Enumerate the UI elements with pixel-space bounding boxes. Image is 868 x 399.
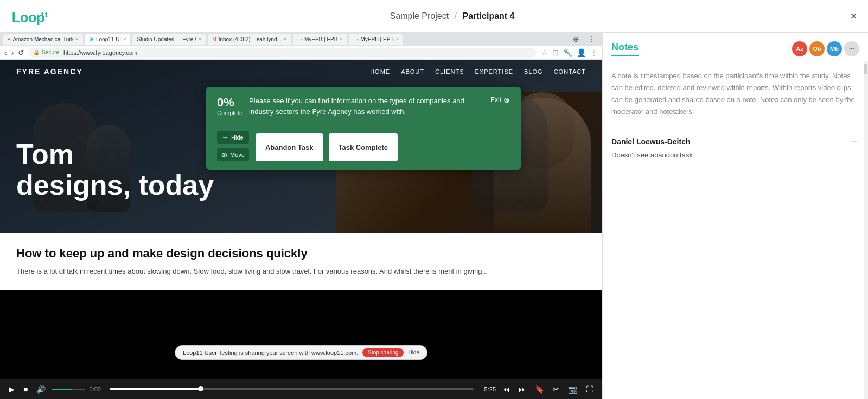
fyre-navigation: FYRE AGENCY HOME ABOUT CLIENTS EXPERTISE… <box>0 60 602 84</box>
tab-close-icon[interactable]: × <box>76 36 79 42</box>
address-url: https://www.fyreagency.com <box>63 49 137 56</box>
task-side-controls: → Hide ⊕ Move <box>217 131 249 161</box>
skip-forward-button[interactable]: ⏭ <box>516 385 528 394</box>
tab-menu-button[interactable]: ⋮ <box>585 35 599 43</box>
share-text: Loop11 User Testing is sharing your scre… <box>183 350 358 356</box>
progress-bar[interactable] <box>110 388 474 390</box>
fyre-nav-home[interactable]: HOME <box>370 68 390 75</box>
tab-myepb1[interactable]: → MyEPB | EPB × <box>293 34 347 45</box>
abandon-task-button[interactable]: Abandon Task <box>256 133 323 161</box>
task-body: → Hide ⊕ Move Abandon Task Task C <box>217 131 510 161</box>
avatar-mb: Mb <box>827 41 842 56</box>
forward-button[interactable]: › <box>11 48 14 57</box>
fyre-logo: FYRE AGENCY <box>16 67 83 76</box>
hide-button[interactable]: → Hide <box>217 131 249 144</box>
skip-back-button[interactable]: ⏮ <box>500 385 512 394</box>
bookmark-icon[interactable]: ☆ <box>541 48 548 57</box>
new-tab-button[interactable]: ⊕ <box>570 35 583 43</box>
close-button[interactable]: × <box>850 9 857 23</box>
breadcrumb-separator: / <box>455 11 457 21</box>
task-exit-button[interactable]: Exit ⊗ <box>490 96 510 104</box>
note-menu-button[interactable]: ··· <box>852 137 859 147</box>
move-icon: ⊕ <box>221 150 228 159</box>
tab-close-icon[interactable]: × <box>396 36 399 42</box>
notes-avatars: Az Ob Mb ··· <box>792 41 859 56</box>
address-bar[interactable]: 🔒 Secure https://www.fyreagency.com <box>29 48 537 58</box>
hide-share-button[interactable]: Hide <box>408 350 419 356</box>
stop-button[interactable]: ■ <box>21 385 30 394</box>
notes-hint: A note is timestamped based on the parti… <box>611 70 859 118</box>
reload-button[interactable]: ↺ <box>18 48 24 57</box>
camera-button[interactable]: 📷 <box>566 385 579 394</box>
browser-mockup: ● Amazon Mechanical Turk × ◉ Loop11 UI ×… <box>0 33 602 379</box>
tab-myepb2[interactable]: → MyEPB | EPB × <box>349 34 404 45</box>
task-overlay-header: 0% Complete Please see if you can find i… <box>217 96 510 124</box>
scroll-thumb <box>864 64 867 74</box>
video-area: ● Amazon Mechanical Turk × ◉ Loop11 UI ×… <box>0 33 602 399</box>
participant-name: Participant 4 <box>462 11 514 21</box>
account-icon[interactable]: 👤 <box>577 48 586 57</box>
fullscreen-button[interactable]: ⛶ <box>584 385 596 394</box>
breadcrumb: Sample Project / Participant 4 <box>390 11 515 21</box>
tab-close-icon[interactable]: × <box>199 36 201 42</box>
article-body: There is a lot of talk in recent times a… <box>16 266 586 277</box>
task-complete-label: Complete <box>217 110 242 116</box>
website-lower-content: How to keep up and make design decisions… <box>0 233 602 290</box>
tab-close-icon[interactable]: × <box>340 36 342 42</box>
mark-button[interactable]: 🔖 <box>533 385 546 394</box>
note-author-row: Daniel Loewus-Deitch ··· <box>611 137 859 147</box>
stop-sharing-button[interactable]: Stop sharing <box>362 348 404 357</box>
tab-close-icon[interactable]: × <box>284 36 286 42</box>
clip-button[interactable]: ✂ <box>551 385 561 394</box>
move-label: Move <box>230 151 245 158</box>
time-remaining: -5:25 <box>482 386 496 392</box>
avatar-more[interactable]: ··· <box>844 41 859 56</box>
task-percent: 0% <box>217 96 242 110</box>
note-entry: Daniel Loewus-Deitch ··· Doesn't see aba… <box>611 129 859 161</box>
fyre-nav-blog[interactable]: BLOG <box>524 68 543 75</box>
logo: Loop 11 <box>11 7 54 26</box>
fyre-nav-contact[interactable]: CONTACT <box>554 68 586 75</box>
right-panel: Notes Az Ob Mb ··· A note is timestamped… <box>602 33 868 399</box>
hero-text: Tomdesigns, today <box>16 139 214 201</box>
volume-button[interactable]: 🔊 <box>34 385 48 394</box>
note-author: Daniel Loewus-Deitch <box>611 137 690 146</box>
project-name: Sample Project <box>390 11 449 21</box>
lock-icon: 🔒 <box>33 49 40 55</box>
tab-close-icon[interactable]: × <box>123 36 126 42</box>
tab-loop11[interactable]: ◉ Loop11 UI × <box>85 34 130 45</box>
move-button[interactable]: ⊕ Move <box>217 148 249 161</box>
article-heading: How to keep up and make design decisions… <box>16 246 586 261</box>
tab-inbox[interactable]: M Inbox (4,082) - leah.lynd... × <box>208 34 291 45</box>
website-hero: FYRE AGENCY HOME ABOUT CLIENTS EXPERTISE… <box>0 60 602 233</box>
address-bar-text: Secure <box>42 49 59 55</box>
cast-icon[interactable]: ⊡ <box>552 48 559 57</box>
volume-slider[interactable] <box>52 389 85 390</box>
scrollbar[interactable] <box>864 61 868 399</box>
svg-text:Loop: Loop <box>12 9 45 24</box>
extension-icon[interactable]: 🔧 <box>563 48 572 57</box>
fyre-nav-clients[interactable]: CLIENTS <box>435 68 464 75</box>
task-overlay: 0% Complete Please see if you can find i… <box>206 87 521 170</box>
svg-text:11: 11 <box>41 11 48 18</box>
video-controls: ▶ ■ 🔊 0:00 -5:25 ⏮ ⏭ 🔖 ✂ 📷 ⛶ <box>0 379 602 399</box>
address-bar-row: ‹ › ↺ 🔒 Secure https://www.fyreagency.co… <box>0 46 602 60</box>
fyre-nav-expertise[interactable]: EXPERTISE <box>475 68 514 75</box>
fyre-nav-about[interactable]: ABOUT <box>401 68 424 75</box>
arrow-icon: → <box>221 133 229 142</box>
menu-dots-icon[interactable]: ⋮ <box>590 48 598 57</box>
play-pause-button[interactable]: ▶ <box>7 385 17 394</box>
fyre-menu: HOME ABOUT CLIENTS EXPERTISE BLOG CONTAC… <box>370 68 586 75</box>
website-content: FYRE AGENCY HOME ABOUT CLIENTS EXPERTISE… <box>0 60 602 290</box>
tab-amazon[interactable]: ● Amazon Mechanical Turk × <box>3 34 83 45</box>
task-actions: Abandon Task Task Complete <box>256 133 398 161</box>
tab-studio[interactable]: Studio Updates — Fyre / × <box>132 34 206 45</box>
back-button[interactable]: ‹ <box>4 48 7 57</box>
note-text: Doesn't see abandon task <box>611 150 859 161</box>
notes-content: A note is timestamped based on the parti… <box>603 61 868 399</box>
tab-bar: ● Amazon Mechanical Turk × ◉ Loop11 UI ×… <box>0 33 602 46</box>
avatar-az: Az <box>792 41 807 56</box>
notes-title: Notes <box>611 42 639 56</box>
task-complete-button[interactable]: Task Complete <box>329 133 398 161</box>
notes-header: Notes Az Ob Mb ··· <box>603 33 868 61</box>
